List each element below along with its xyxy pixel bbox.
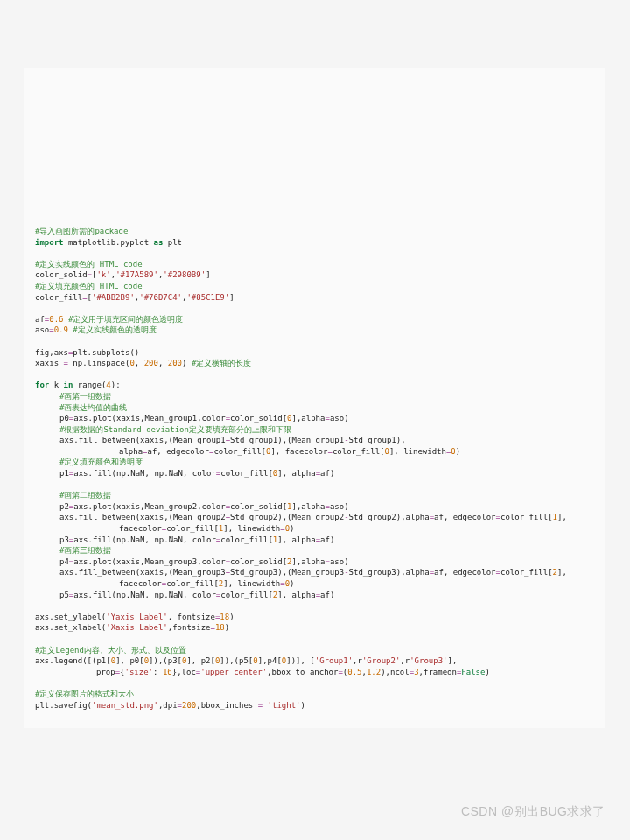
- kw-import: import: [35, 238, 64, 247]
- code-block: #导入画图所需的package import matplotlib.pyplot…: [24, 68, 606, 728]
- comment: #定义实线颜色的 HTML code: [35, 260, 143, 269]
- comment: #定义填充颜色的 HTML code: [35, 282, 143, 290]
- watermark-text: CSDN @别出BUG求求了: [461, 803, 606, 821]
- comment: #导入画图所需的package: [35, 227, 128, 235]
